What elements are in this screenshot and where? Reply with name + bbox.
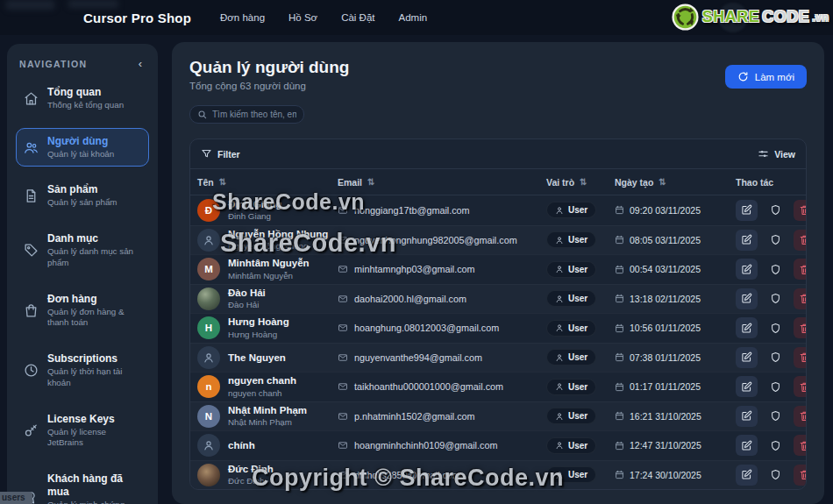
created-date-cell: 08:05 03/11/2025	[615, 235, 727, 245]
shield-button[interactable]	[765, 288, 787, 309]
shield-button[interactable]	[765, 376, 787, 397]
created-date-cell: 09:20 03/11/2025	[615, 205, 727, 216]
user-email: dinhdlls2850@gmail.com	[354, 470, 460, 480]
sidebar-item-title: License Keys	[47, 413, 141, 426]
sidebar-item-title: Tổng quan	[47, 86, 124, 99]
topnav-item-ho-so[interactable]: Hồ Sơ	[288, 12, 317, 23]
view-button[interactable]: View	[758, 148, 795, 160]
row-actions	[727, 435, 807, 456]
topnav-item-admin[interactable]: Admin	[399, 12, 428, 23]
sidebar-collapse-button[interactable]: ‹	[135, 57, 146, 70]
sidebar-items: Tổng quan Thống kê tổng quan Người dùng …	[16, 79, 149, 504]
sidebar-item-license-keys[interactable]: License Keys Quản lý license JetBrains	[16, 406, 149, 456]
edit-button[interactable]	[736, 435, 758, 456]
shield-button[interactable]	[765, 406, 787, 427]
avatar: H	[197, 316, 220, 339]
delete-button[interactable]	[794, 200, 807, 221]
user-subname: nguyen chanh	[228, 388, 296, 400]
sidebar-item-subtitle: Quản lý thời hạn tài khoản	[47, 366, 141, 388]
shield-button[interactable]	[765, 259, 787, 280]
shield-button[interactable]	[765, 200, 787, 221]
user-name: Hưng Hoàng	[228, 316, 289, 328]
mail-icon	[338, 323, 348, 333]
edit-button[interactable]	[736, 259, 758, 280]
sidebar-item-tong-quan[interactable]: Tổng quan Thống kê tổng quan	[16, 79, 149, 118]
edit-button[interactable]	[736, 317, 758, 338]
app-root: Cursor Pro Shop Đơn hàngHồ SơCài ĐặtAdmi…	[0, 0, 833, 504]
mail-icon	[338, 440, 348, 451]
calendar-icon	[615, 323, 624, 333]
sidebar-item-don-hang[interactable]: Đơn hàng Quản lý đơn hàng & thanh toán	[16, 286, 149, 336]
tag-icon	[24, 243, 39, 258]
delete-button[interactable]	[794, 435, 807, 456]
edit-button[interactable]	[736, 465, 758, 486]
trash-icon	[799, 351, 807, 363]
calendar-icon	[615, 470, 624, 479]
avatar	[197, 229, 220, 252]
user-subname: Nhật Minh Phạm	[228, 417, 307, 429]
role-label: User	[568, 205, 587, 215]
delete-button[interactable]	[794, 259, 807, 280]
main-panel: Quản lý người dùng Tổng cộng 63 người dù…	[172, 42, 824, 504]
delete-button[interactable]	[794, 230, 807, 251]
filter-button[interactable]: Filter	[201, 148, 240, 160]
brand-title[interactable]: Cursor Pro Shop	[83, 11, 191, 25]
shield-button[interactable]	[765, 435, 787, 456]
sidebar-item-danh-muc[interactable]: Danh mục Quản lý danh mục sản phẩm	[16, 225, 149, 275]
avatar: M	[197, 258, 220, 280]
shield-button[interactable]	[765, 465, 787, 486]
edit-button[interactable]	[736, 288, 758, 309]
refresh-button[interactable]: Làm mới	[725, 65, 807, 89]
blurred-tab	[68, 0, 118, 8]
avatar: Đ	[197, 199, 220, 222]
topnav-item-don-hang[interactable]: Đơn hàng	[220, 12, 265, 23]
edit-button[interactable]	[736, 406, 758, 427]
shield-icon	[770, 234, 781, 245]
delete-button[interactable]	[794, 406, 807, 427]
search-input[interactable]	[212, 110, 296, 119]
user-name: Đào Hải	[228, 287, 266, 299]
delete-button[interactable]	[794, 288, 807, 309]
person-icon	[555, 412, 564, 421]
edit-button[interactable]	[736, 200, 758, 221]
edit-icon	[741, 469, 752, 480]
topnav-item-cai-dat[interactable]: Cài Đặt	[341, 12, 374, 23]
edit-button[interactable]	[736, 376, 758, 397]
user-name: Nhật Minh Phạm	[228, 404, 307, 416]
delete-button[interactable]	[794, 347, 807, 368]
shield-icon	[770, 381, 781, 393]
column-header-created[interactable]: Ngày tạo⇅	[615, 177, 727, 188]
user-email-cell: nguyenvanthe994@gmail.com	[338, 352, 546, 363]
person-icon	[555, 382, 564, 391]
logo-code-text: CODE	[762, 8, 809, 26]
created-date: 08:05 03/11/2025	[630, 235, 701, 245]
delete-button[interactable]	[794, 465, 807, 486]
column-header-name[interactable]: Tên⇅	[197, 177, 338, 188]
edit-button[interactable]	[736, 347, 758, 368]
user-name: Nguyễn Hồng Nhung	[228, 228, 328, 240]
sidebar-item-subscriptions[interactable]: Subscriptions Quản lý thời hạn tài khoản	[16, 345, 149, 395]
created-date-cell: 16:21 31/10/2025	[615, 411, 727, 422]
sidebar-item-title: Danh mục	[47, 232, 141, 245]
mail-icon	[338, 381, 348, 392]
sidebar-item-subtitle: Quản lý minh chứng đơn hàng	[47, 500, 141, 504]
edit-icon	[741, 293, 752, 304]
created-date: 16:21 31/10/2025	[630, 411, 701, 422]
funnel-icon	[201, 148, 212, 160]
column-header-role[interactable]: Vai trò⇅	[546, 177, 615, 188]
sidebar-item-nguoi-dung[interactable]: Người dùng Quản lý tài khoản	[16, 128, 149, 167]
delete-button[interactable]	[794, 376, 807, 397]
shield-button[interactable]	[765, 347, 787, 368]
delete-button[interactable]	[794, 317, 807, 338]
page-title: Quản lý người dùng	[189, 58, 349, 77]
user-email-cell: nguyenhongnhung982005@gmail.com	[338, 235, 546, 245]
avatar: N	[197, 405, 220, 428]
sidebar-item-khach-hang-da-mua[interactable]: Khách hàng đã mua Quản lý minh chứng đơn…	[16, 465, 149, 504]
refresh-label: Làm mới	[755, 72, 794, 82]
sidebar-item-subtitle: Quản lý tài khoản	[47, 149, 114, 160]
sidebar-item-san-pham[interactable]: Sản phẩm Quản lý sản phẩm	[16, 176, 149, 216]
shield-button[interactable]	[765, 230, 787, 251]
shield-button[interactable]	[765, 317, 787, 338]
column-header-email[interactable]: Email⇅	[338, 177, 546, 188]
edit-button[interactable]	[736, 230, 758, 251]
